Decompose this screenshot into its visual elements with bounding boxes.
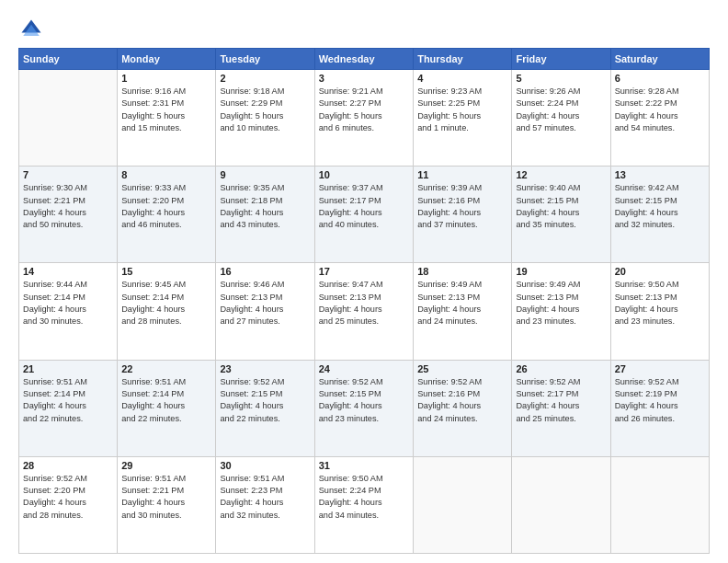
day-number: 25 — [417, 363, 507, 374]
calendar-cell: 25Sunrise: 9:52 AM Sunset: 2:16 PM Dayli… — [414, 360, 512, 456]
day-info: Sunrise: 9:33 AM Sunset: 2:20 PM Dayligh… — [121, 182, 211, 231]
day-number: 4 — [417, 73, 507, 84]
day-info: Sunrise: 9:49 AM Sunset: 2:13 PM Dayligh… — [417, 279, 507, 327]
day-info: Sunrise: 9:35 AM Sunset: 2:18 PM Dayligh… — [220, 182, 310, 231]
day-info: Sunrise: 9:51 AM Sunset: 2:14 PM Dayligh… — [23, 376, 113, 425]
calendar-cell: 12Sunrise: 9:40 AM Sunset: 2:15 PM Dayli… — [512, 167, 610, 263]
calendar-cell: 18Sunrise: 9:49 AM Sunset: 2:13 PM Dayli… — [414, 263, 512, 360]
calendar-cell: 9Sunrise: 9:35 AM Sunset: 2:18 PM Daylig… — [216, 167, 314, 263]
day-number: 8 — [121, 169, 211, 180]
calendar-cell: 7Sunrise: 9:30 AM Sunset: 2:21 PM Daylig… — [19, 167, 118, 263]
calendar-cell: 16Sunrise: 9:46 AM Sunset: 2:13 PM Dayli… — [216, 263, 314, 360]
weekday-header-saturday: Saturday — [610, 49, 709, 70]
day-number: 10 — [319, 169, 409, 180]
day-number: 18 — [417, 266, 507, 277]
day-number: 3 — [319, 73, 409, 84]
day-info: Sunrise: 9:51 AM Sunset: 2:23 PM Dayligh… — [220, 473, 310, 522]
day-number: 14 — [23, 266, 113, 277]
calendar: SundayMondayTuesdayWednesdayThursdayFrid… — [18, 48, 710, 554]
day-info: Sunrise: 9:52 AM Sunset: 2:15 PM Dayligh… — [220, 376, 310, 425]
day-number: 24 — [319, 363, 409, 374]
day-number: 23 — [220, 363, 310, 374]
day-info: Sunrise: 9:21 AM Sunset: 2:27 PM Dayligh… — [319, 86, 409, 134]
day-number: 27 — [615, 363, 705, 374]
day-info: Sunrise: 9:52 AM Sunset: 2:19 PM Dayligh… — [615, 376, 705, 425]
day-info: Sunrise: 9:30 AM Sunset: 2:21 PM Dayligh… — [23, 182, 113, 231]
calendar-cell: 1Sunrise: 9:16 AM Sunset: 2:31 PM Daylig… — [118, 70, 216, 167]
calendar-cell: 29Sunrise: 9:51 AM Sunset: 2:21 PM Dayli… — [118, 456, 216, 553]
weekday-header-tuesday: Tuesday — [216, 49, 314, 70]
calendar-cell: 30Sunrise: 9:51 AM Sunset: 2:23 PM Dayli… — [216, 456, 314, 553]
logo-icon — [18, 17, 44, 42]
weekday-header-monday: Monday — [118, 49, 216, 70]
calendar-cell — [610, 456, 709, 553]
calendar-cell: 2Sunrise: 9:18 AM Sunset: 2:29 PM Daylig… — [216, 70, 314, 167]
calendar-cell: 26Sunrise: 9:52 AM Sunset: 2:17 PM Dayli… — [512, 360, 610, 456]
calendar-cell: 13Sunrise: 9:42 AM Sunset: 2:15 PM Dayli… — [610, 167, 709, 263]
day-info: Sunrise: 9:52 AM Sunset: 2:17 PM Dayligh… — [516, 376, 606, 425]
calendar-cell: 14Sunrise: 9:44 AM Sunset: 2:14 PM Dayli… — [19, 263, 118, 360]
day-number: 5 — [516, 73, 606, 84]
day-number: 15 — [121, 266, 211, 277]
day-number: 30 — [220, 460, 310, 471]
calendar-cell: 15Sunrise: 9:45 AM Sunset: 2:14 PM Dayli… — [118, 263, 216, 360]
day-info: Sunrise: 9:37 AM Sunset: 2:17 PM Dayligh… — [319, 182, 409, 231]
logo — [18, 17, 48, 42]
day-number: 19 — [516, 266, 606, 277]
day-info: Sunrise: 9:52 AM Sunset: 2:20 PM Dayligh… — [23, 473, 113, 522]
calendar-cell: 28Sunrise: 9:52 AM Sunset: 2:20 PM Dayli… — [19, 456, 118, 553]
calendar-cell: 24Sunrise: 9:52 AM Sunset: 2:15 PM Dayli… — [314, 360, 413, 456]
page: SundayMondayTuesdayWednesdayThursdayFrid… — [0, 0, 728, 563]
calendar-cell: 10Sunrise: 9:37 AM Sunset: 2:17 PM Dayli… — [314, 167, 413, 263]
calendar-cell: 6Sunrise: 9:28 AM Sunset: 2:22 PM Daylig… — [610, 70, 709, 167]
day-number: 22 — [121, 363, 211, 374]
day-number: 9 — [220, 169, 310, 180]
day-info: Sunrise: 9:45 AM Sunset: 2:14 PM Dayligh… — [121, 279, 211, 327]
calendar-week-5: 28Sunrise: 9:52 AM Sunset: 2:20 PM Dayli… — [19, 456, 710, 553]
day-number: 28 — [23, 460, 113, 471]
calendar-cell: 4Sunrise: 9:23 AM Sunset: 2:25 PM Daylig… — [414, 70, 512, 167]
calendar-cell: 17Sunrise: 9:47 AM Sunset: 2:13 PM Dayli… — [314, 263, 413, 360]
day-info: Sunrise: 9:51 AM Sunset: 2:14 PM Dayligh… — [121, 376, 211, 425]
day-info: Sunrise: 9:23 AM Sunset: 2:25 PM Dayligh… — [417, 86, 507, 134]
day-info: Sunrise: 9:47 AM Sunset: 2:13 PM Dayligh… — [319, 279, 409, 327]
weekday-header-thursday: Thursday — [414, 49, 512, 70]
day-info: Sunrise: 9:18 AM Sunset: 2:29 PM Dayligh… — [220, 86, 310, 134]
day-number: 20 — [615, 266, 705, 277]
calendar-cell: 5Sunrise: 9:26 AM Sunset: 2:24 PM Daylig… — [512, 70, 610, 167]
weekday-header-wednesday: Wednesday — [314, 49, 413, 70]
day-info: Sunrise: 9:50 AM Sunset: 2:13 PM Dayligh… — [615, 279, 705, 327]
day-number: 7 — [23, 169, 113, 180]
day-info: Sunrise: 9:42 AM Sunset: 2:15 PM Dayligh… — [615, 182, 705, 231]
day-number: 1 — [121, 73, 211, 84]
day-info: Sunrise: 9:49 AM Sunset: 2:13 PM Dayligh… — [516, 279, 606, 327]
calendar-cell — [512, 456, 610, 553]
calendar-cell: 19Sunrise: 9:49 AM Sunset: 2:13 PM Dayli… — [512, 263, 610, 360]
calendar-cell: 11Sunrise: 9:39 AM Sunset: 2:16 PM Dayli… — [414, 167, 512, 263]
day-info: Sunrise: 9:50 AM Sunset: 2:24 PM Dayligh… — [319, 473, 409, 522]
header — [18, 17, 710, 42]
calendar-cell: 31Sunrise: 9:50 AM Sunset: 2:24 PM Dayli… — [314, 456, 413, 553]
calendar-week-3: 14Sunrise: 9:44 AM Sunset: 2:14 PM Dayli… — [19, 263, 710, 360]
calendar-cell: 21Sunrise: 9:51 AM Sunset: 2:14 PM Dayli… — [19, 360, 118, 456]
calendar-week-1: 1Sunrise: 9:16 AM Sunset: 2:31 PM Daylig… — [19, 70, 710, 167]
day-number: 26 — [516, 363, 606, 374]
calendar-cell: 23Sunrise: 9:52 AM Sunset: 2:15 PM Dayli… — [216, 360, 314, 456]
weekday-header-sunday: Sunday — [19, 49, 118, 70]
day-info: Sunrise: 9:40 AM Sunset: 2:15 PM Dayligh… — [516, 182, 606, 231]
day-number: 31 — [319, 460, 409, 471]
day-info: Sunrise: 9:52 AM Sunset: 2:15 PM Dayligh… — [319, 376, 409, 425]
calendar-week-2: 7Sunrise: 9:30 AM Sunset: 2:21 PM Daylig… — [19, 167, 710, 263]
calendar-cell: 27Sunrise: 9:52 AM Sunset: 2:19 PM Dayli… — [610, 360, 709, 456]
day-info: Sunrise: 9:52 AM Sunset: 2:16 PM Dayligh… — [417, 376, 507, 425]
calendar-cell: 22Sunrise: 9:51 AM Sunset: 2:14 PM Dayli… — [118, 360, 216, 456]
day-info: Sunrise: 9:46 AM Sunset: 2:13 PM Dayligh… — [220, 279, 310, 327]
day-number: 17 — [319, 266, 409, 277]
day-number: 13 — [615, 169, 705, 180]
day-number: 6 — [615, 73, 705, 84]
calendar-cell: 8Sunrise: 9:33 AM Sunset: 2:20 PM Daylig… — [118, 167, 216, 263]
calendar-cell: 20Sunrise: 9:50 AM Sunset: 2:13 PM Dayli… — [610, 263, 709, 360]
weekday-header-friday: Friday — [512, 49, 610, 70]
day-number: 12 — [516, 169, 606, 180]
weekday-header-row: SundayMondayTuesdayWednesdayThursdayFrid… — [19, 49, 710, 70]
